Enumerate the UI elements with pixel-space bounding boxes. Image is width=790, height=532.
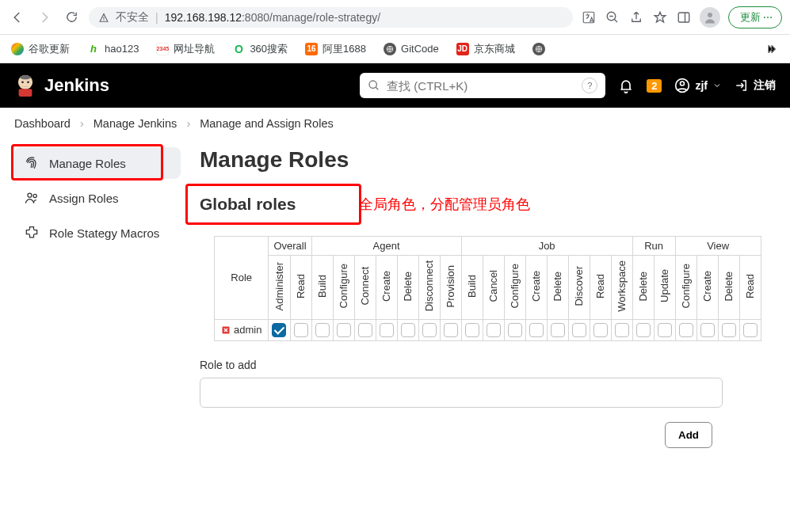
perm-header: Discover [568,256,590,320]
perm-checkbox[interactable] [380,323,394,337]
perm-checkbox[interactable] [551,323,565,337]
svg-point-11 [21,81,24,83]
perm-checkbox[interactable] [272,323,286,337]
perm-cell [547,319,568,340]
perm-header: Cancel [483,256,504,320]
role-name-cell: admin [215,319,269,340]
bookmark-item[interactable]: JD京东商城 [456,42,515,56]
bookmark-item[interactable]: GitCode [384,43,439,55]
perm-header: Create [525,256,547,320]
svg-point-17 [33,194,36,197]
sidebar-item-strategy-macros[interactable]: Role Stategy Macros [14,217,181,249]
perm-cell [611,319,632,340]
bookmark-item[interactable]: hhao123 [87,43,139,55]
perm-cell [333,319,354,340]
search-icon [368,79,380,92]
notification-badge[interactable]: 2 [647,79,662,93]
search-input[interactable] [387,79,575,93]
forward-button[interactable] [35,8,54,27]
profile-avatar[interactable] [700,7,720,28]
bookmark-item[interactable]: O360搜索 [232,42,288,56]
perm-checkbox[interactable] [658,323,672,337]
insecure-icon [98,12,109,23]
add-button[interactable]: Add [665,422,712,448]
logout-button[interactable]: 注销 [735,78,776,93]
sidebar-item-assign-roles[interactable]: Assign Roles [14,182,181,214]
jenkins-logo[interactable]: Jenkins [14,72,109,99]
perm-checkbox[interactable] [487,323,501,337]
perm-cell [654,319,675,340]
address-bar[interactable]: 不安全 | 192.168.198.12:8080/manage/role-st… [89,7,573,28]
crumb-item[interactable]: Manage and Assign Roles [200,117,333,130]
translate-icon[interactable] [581,10,597,25]
bookmark-item[interactable]: 16阿里1688 [305,42,366,56]
bookmark-item[interactable]: 谷歌更新 [11,42,70,56]
perm-header: Provision [440,256,461,320]
panel-icon[interactable] [676,10,692,25]
people-icon [24,190,40,206]
perm-header: Delete [718,256,739,320]
back-button[interactable] [8,8,27,27]
perm-checkbox[interactable] [294,323,308,337]
bookmark-item[interactable]: 2345网址导航 [156,42,215,56]
table-row: admin [215,319,761,340]
perm-checkbox[interactable] [422,323,437,337]
perm-header: Disconnect [418,256,440,320]
perm-header: Delete [397,256,418,320]
perm-checkbox[interactable] [593,323,608,337]
section-title: Global roles [200,187,296,222]
permissions-table: RoleOverallAgentJobRunView AdministerRea… [214,236,761,341]
sidebar-item-manage-roles[interactable]: Manage Roles [14,147,181,179]
perm-header: Create [696,256,718,320]
svg-point-6 [770,17,772,18]
perm-checkbox[interactable] [572,323,586,337]
perm-checkbox[interactable] [508,323,522,337]
perm-checkbox[interactable] [722,323,736,337]
svg-point-4 [764,17,765,18]
share-icon[interactable] [628,10,644,25]
perm-checkbox[interactable] [315,323,330,337]
perm-checkbox[interactable] [358,323,372,337]
sidebar-item-label: Manage Roles [49,157,126,170]
search-box[interactable]: ? [360,73,605,98]
crumb-item[interactable]: Dashboard [14,117,71,130]
perm-group-header: Run [632,237,675,256]
star-icon[interactable] [652,10,668,25]
zoom-out-icon[interactable] [605,10,620,25]
perm-checkbox[interactable] [679,323,693,337]
perm-header: Read [290,256,311,320]
perm-header: Read [590,256,611,320]
perm-checkbox[interactable] [636,323,651,337]
crumb-item[interactable]: Manage Jenkins [94,117,177,130]
perm-group-header: Job [461,237,632,256]
fingerprint-icon [24,155,40,171]
bookmarks-overflow[interactable] [763,41,779,57]
perm-checkbox[interactable] [529,323,544,337]
notifications[interactable] [618,78,634,93]
insecure-label: 不安全 [116,10,149,25]
perm-checkbox[interactable] [615,323,629,337]
logout-label: 注销 [754,78,776,93]
perm-checkbox[interactable] [465,323,479,337]
role-to-add-label: Role to add [200,359,776,371]
perm-cell [590,319,611,340]
perm-checkbox[interactable] [700,323,715,337]
perm-checkbox[interactable] [743,323,758,337]
bookmark-item[interactable] [532,43,545,55]
logout-icon [735,78,749,93]
role-to-add-input[interactable] [200,378,723,408]
perm-cell [696,319,718,340]
perm-cell [461,319,483,340]
perm-header: Connect [354,256,376,320]
update-button[interactable]: 更新 [728,6,782,28]
reload-button[interactable] [62,8,81,27]
role-column-header: Role [215,237,269,320]
perm-checkbox[interactable] [337,323,351,337]
perm-checkbox[interactable] [444,323,458,337]
delete-icon[interactable] [221,325,232,336]
url-text: 192.168.198.12:8080/manage/role-strategy… [165,11,380,24]
browser-toolbar: 不安全 | 192.168.198.12:8080/manage/role-st… [0,0,790,35]
perm-header: Build [311,256,333,320]
perm-checkbox[interactable] [401,323,415,337]
user-menu[interactable]: zjf [674,78,722,93]
